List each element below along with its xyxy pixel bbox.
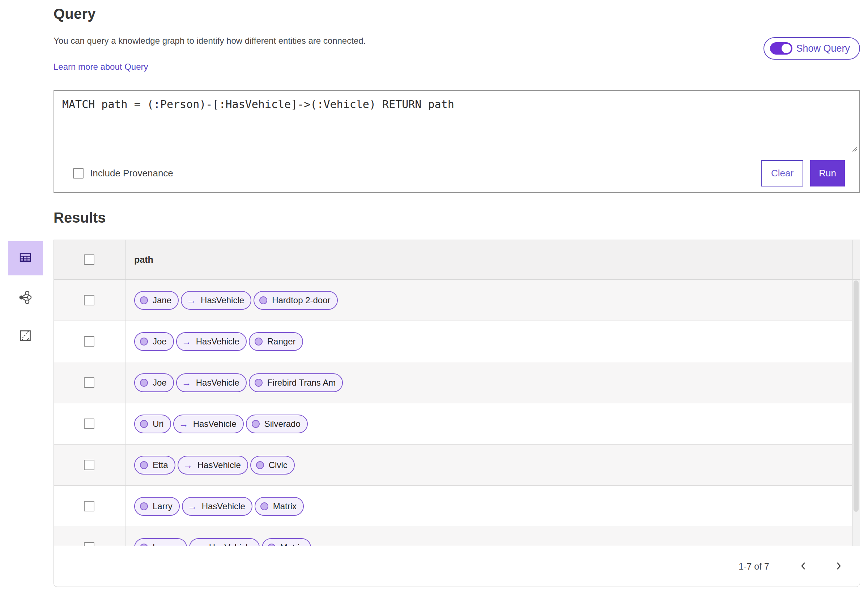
table-row: Joe → HasVehicle Firebird Trans Am	[54, 362, 852, 404]
view-button-table[interactable]	[8, 241, 43, 275]
entity-pill-target[interactable]: Matrix	[255, 497, 304, 516]
entity-node-icon	[255, 379, 263, 387]
resize-handle-icon[interactable]	[851, 146, 858, 152]
include-provenance-checkbox[interactable]	[73, 168, 84, 178]
table-row: Uri → HasVehicle Silverado	[54, 404, 852, 445]
next-page-button[interactable]	[832, 560, 845, 573]
row-checkbox[interactable]	[84, 460, 94, 470]
chevron-left-icon	[799, 561, 807, 572]
entity-node-icon	[255, 337, 263, 346]
select-all-checkbox[interactable]	[84, 255, 94, 265]
entity-pill-target[interactable]: Firebird Trans Am	[249, 373, 343, 392]
table-row: Etta → HasVehicle Civic	[54, 445, 852, 486]
relationship-pill[interactable]: → HasVehicle	[176, 373, 247, 392]
relationship-pill[interactable]: → HasVehicle	[177, 456, 248, 474]
header-path-cell: path	[125, 255, 860, 265]
row-checkbox-cell	[54, 486, 125, 527]
entity-pill-target[interactable]: Hardtop 2-door	[254, 291, 337, 310]
entity-node-icon	[259, 296, 267, 304]
arrow-right-icon: →	[182, 337, 191, 346]
row-checkbox[interactable]	[84, 418, 94, 429]
row-checkbox[interactable]	[84, 336, 94, 347]
relationship-label: HasVehicle	[201, 295, 244, 305]
entity-pill-source[interactable]: Larry	[134, 497, 180, 516]
view-button-graph[interactable]	[8, 287, 43, 309]
row-path-cell: Etta → HasVehicle Civic	[125, 456, 852, 474]
entity-pill-source[interactable]: Jane	[134, 291, 179, 310]
clear-button[interactable]: Clear	[761, 160, 803, 187]
arrow-right-icon: →	[195, 543, 204, 546]
entity-pill-target[interactable]: Matrix	[262, 538, 311, 546]
source-entity-label: Etta	[153, 460, 168, 470]
results-area: path Jane → HasVehicle Hardtop 2-door	[53, 240, 860, 587]
entity-node-icon	[140, 502, 148, 510]
target-entity-label: Ranger	[267, 336, 296, 347]
entity-pill-source[interactable]: Uri	[134, 415, 171, 433]
row-checkbox-cell	[54, 445, 125, 485]
view-button-map[interactable]	[8, 326, 43, 346]
results-title: Results	[53, 210, 860, 226]
relationship-pill[interactable]: → HasVehicle	[189, 538, 260, 546]
entity-pill-target[interactable]: Civic	[250, 456, 295, 474]
results-table: path Jane → HasVehicle Hardtop 2-door	[53, 240, 860, 546]
path-column-header: path	[134, 255, 154, 265]
entity-pill-target[interactable]: Silverado	[246, 415, 308, 433]
graph-icon	[18, 290, 32, 305]
results-view-rail	[8, 241, 43, 346]
entity-node-icon	[268, 543, 276, 546]
query-action-buttons: Clear Run	[761, 160, 845, 187]
previous-page-button[interactable]	[797, 560, 810, 573]
relationship-label: HasVehicle	[202, 501, 245, 511]
entity-node-icon	[140, 461, 148, 469]
relationship-pill[interactable]: → HasVehicle	[181, 291, 251, 310]
vertical-scrollbar[interactable]	[852, 280, 860, 546]
relationship-label: HasVehicle	[196, 378, 239, 388]
target-entity-label: Civic	[269, 460, 288, 470]
entity-pill-target[interactable]: Ranger	[249, 332, 303, 351]
include-provenance-label: Include Provenance	[90, 168, 173, 179]
entity-node-icon	[140, 337, 148, 346]
table-row: Jane → HasVehicle Hardtop 2-door	[54, 280, 852, 321]
entity-pill-source[interactable]: Joe	[134, 373, 174, 392]
source-entity-label: Larry	[153, 501, 173, 511]
arrow-right-icon: →	[188, 502, 197, 511]
target-entity-label: Silverado	[264, 419, 301, 429]
row-checkbox[interactable]	[84, 542, 94, 546]
relationship-pill[interactable]: → HasVehicle	[173, 415, 244, 433]
table-row: Joe → HasVehicle Ranger	[54, 321, 852, 362]
entity-pill-source[interactable]: Lauren	[134, 538, 187, 546]
arrow-right-icon: →	[187, 296, 196, 305]
entity-node-icon	[140, 379, 148, 387]
toggle-switch-icon[interactable]	[770, 42, 793, 54]
arrow-right-icon: →	[182, 378, 191, 387]
row-checkbox[interactable]	[84, 295, 94, 305]
entity-pill-source[interactable]: Joe	[134, 332, 174, 351]
relationship-label: HasVehicle	[196, 336, 239, 347]
relationship-pill[interactable]: → HasVehicle	[176, 332, 247, 351]
show-query-toggle[interactable]: Show Query	[763, 37, 860, 60]
entity-node-icon	[140, 543, 148, 546]
query-input[interactable]: MATCH path = (:Person)-[:HasVehicle]->(:…	[54, 91, 859, 154]
row-checkbox-cell	[54, 280, 125, 321]
target-entity-label: Hardtop 2-door	[272, 295, 330, 305]
run-button[interactable]: Run	[810, 160, 845, 187]
row-path-cell: Larry → HasVehicle Matrix	[125, 497, 852, 516]
row-checkbox[interactable]	[84, 501, 94, 511]
pagination-bar: 1-7 of 7	[53, 546, 860, 587]
learn-more-link[interactable]: Learn more about Query	[53, 62, 148, 72]
page-range-label: 1-7 of 7	[738, 561, 769, 572]
table-row: Larry → HasVehicle Matrix	[54, 486, 852, 527]
scrollbar-thumb[interactable]	[853, 280, 859, 512]
table-icon	[19, 251, 32, 265]
relationship-label: HasVehicle	[198, 460, 241, 470]
scrollbar-header-cap	[852, 240, 860, 280]
row-checkbox[interactable]	[84, 377, 94, 388]
target-entity-label: Matrix	[273, 501, 297, 511]
row-checkbox-cell	[54, 404, 125, 444]
arrow-right-icon: →	[179, 419, 189, 429]
row-path-cell: Lauren → HasVehicle Matrix	[125, 538, 852, 546]
row-path-cell: Uri → HasVehicle Silverado	[125, 415, 852, 433]
query-page: Query You can query a knowledge graph to…	[53, 0, 860, 587]
entity-pill-source[interactable]: Etta	[134, 456, 176, 474]
relationship-pill[interactable]: → HasVehicle	[182, 497, 252, 516]
